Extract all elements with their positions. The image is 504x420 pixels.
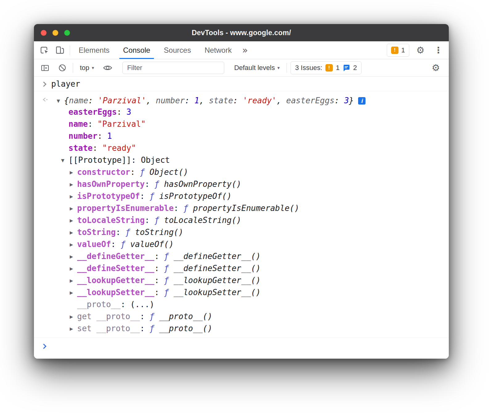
tabbar-right-controls: 1 ⚙ ⋮ — [387, 41, 445, 59]
command-chevron-icon — [41, 82, 47, 87]
property-row[interactable]: ▶__lookupGetter__: ƒ __lookupGetter__() — [60, 274, 449, 286]
property-row[interactable]: ▶isPrototypeOf: ƒ isPrototypeOf() — [60, 190, 449, 202]
issue-message-icon — [343, 64, 350, 72]
property-row[interactable]: ▼[[Prototype]]: Object — [60, 154, 449, 166]
tab-console[interactable]: Console — [116, 41, 157, 59]
divider — [287, 63, 287, 73]
window-controls — [41, 24, 70, 41]
settings-gear-icon[interactable]: ⚙ — [414, 43, 427, 57]
divider — [70, 45, 70, 55]
property-row[interactable]: ▶hasOwnProperty: ƒ hasOwnProperty() — [60, 178, 449, 190]
object-preview-tokens[interactable]: {name: 'Parzival', number: 1, state: 're… — [64, 96, 354, 105]
property-row[interactable]: ▶get __proto__: ƒ __proto__() — [60, 311, 449, 323]
context-selector[interactable]: top ▾ — [77, 64, 97, 72]
property-row[interactable]: ▶set __proto__: ƒ __proto__() — [60, 323, 449, 335]
property-row[interactable]: ▶toLocaleString: ƒ toLocaleString() — [60, 214, 449, 226]
log-levels-label: Default levels — [234, 64, 275, 72]
property-row: name: "Parzival" — [60, 118, 449, 130]
tab-sources[interactable]: Sources — [157, 41, 198, 59]
clear-console-icon[interactable] — [56, 61, 69, 75]
property-row[interactable]: __proto__: (...) — [60, 299, 449, 311]
tab-network[interactable]: Network — [198, 41, 238, 59]
property-row: number: 1 — [60, 130, 449, 142]
devtools-tab-bar: Elements Console Sources Network » 1 ⚙ ⋮ — [34, 41, 449, 59]
tab-elements[interactable]: Elements — [72, 41, 116, 59]
property-row[interactable]: ▶__defineGetter__: ƒ __defineGetter__() — [60, 250, 449, 262]
devtools-window: DevTools - www.google.com/ Elements Cons… — [34, 24, 449, 359]
console-toolbar: top ▾ Default levels ▾ 3 Issues: 1 — [34, 59, 449, 76]
issue-error-icon — [325, 64, 333, 72]
eval-result-icon — [42, 95, 54, 104]
kebab-menu-icon[interactable]: ⋮ — [432, 43, 445, 57]
chevron-down-icon: ▾ — [277, 65, 280, 71]
expand-arrow-icon[interactable]: ▶ — [70, 323, 77, 335]
property-row[interactable]: ▶toString: ƒ toString() — [60, 226, 449, 238]
zoom-window-button[interactable] — [64, 30, 70, 36]
console-settings-gear-icon[interactable]: ⚙ — [429, 61, 443, 75]
console-command-entry: player — [34, 76, 449, 91]
console-result-entry: ▼{name: 'Parzival', number: 1, state: 'r… — [34, 91, 449, 335]
collapse-arrow-icon[interactable]: ▼ — [57, 94, 64, 107]
more-tabs-icon[interactable]: » — [238, 41, 251, 59]
issue-message-count: 2 — [353, 64, 357, 72]
issues-button[interactable]: 3 Issues: 1 2 — [291, 61, 362, 74]
property-row: easterEggs: 3 — [60, 106, 449, 118]
expand-arrow-icon[interactable]: ▶ — [70, 239, 77, 251]
window-title: DevTools - www.google.com/ — [192, 29, 291, 37]
expand-arrow-icon[interactable]: ▶ — [70, 287, 77, 299]
expand-arrow-icon[interactable]: ▶ — [70, 167, 77, 179]
device-toolbar-icon[interactable] — [53, 43, 67, 57]
log-levels-selector[interactable]: Default levels ▾ — [231, 64, 283, 72]
property-row[interactable]: ▶propertyIsEnumerable: ƒ propertyIsEnume… — [60, 202, 449, 214]
property-row: state: "ready" — [60, 142, 449, 154]
property-row[interactable]: ▶__defineSetter__: ƒ __defineSetter__() — [60, 262, 449, 274]
property-row[interactable]: ▶valueOf: ƒ valueOf() — [60, 238, 449, 250]
expand-arrow-icon[interactable]: ▶ — [70, 275, 77, 287]
info-icon[interactable]: i — [358, 97, 366, 105]
expand-arrow-icon[interactable]: ▶ — [70, 215, 77, 227]
command-text: player — [51, 79, 80, 89]
issue-error-count: 1 — [336, 64, 340, 72]
expand-arrow-icon[interactable]: ▶ — [70, 227, 77, 239]
context-selector-label: top — [80, 64, 89, 72]
property-row[interactable]: ▶constructor: ƒ Object() — [60, 166, 449, 178]
object-tree: easterEggs: 3name: "Parzival"number: 1st… — [42, 106, 449, 335]
prompt-chevron-icon — [41, 344, 47, 349]
console-log-area[interactable]: player ▼{name: 'Parzival', number: 1, st… — [34, 76, 449, 359]
error-badge-icon — [391, 47, 399, 54]
expand-arrow-icon[interactable]: ▶ — [70, 263, 77, 275]
tabbar-left-icons — [38, 41, 70, 59]
issues-label: 3 Issues: — [295, 64, 322, 72]
object-preview-row: ▼{name: 'Parzival', number: 1, state: 'r… — [42, 93, 449, 106]
divider — [73, 63, 73, 73]
console-sidebar-toggle-icon[interactable] — [38, 61, 52, 75]
inspect-element-icon[interactable] — [38, 43, 51, 57]
error-count: 1 — [401, 46, 405, 54]
close-window-button[interactable] — [41, 30, 47, 36]
live-expression-eye-icon[interactable] — [101, 61, 114, 75]
error-count-button[interactable]: 1 — [387, 44, 409, 57]
expand-arrow-icon[interactable]: ▶ — [70, 311, 77, 323]
chevron-down-icon: ▾ — [92, 65, 94, 71]
expand-arrow-icon[interactable]: ▶ — [70, 179, 77, 191]
expand-arrow-icon[interactable]: ▶ — [70, 191, 77, 203]
panel-tabs: Elements Console Sources Network » — [72, 41, 252, 59]
expand-arrow-icon[interactable]: ▶ — [70, 203, 77, 215]
filter-input[interactable] — [122, 62, 224, 74]
collapse-arrow-icon[interactable]: ▼ — [61, 154, 68, 167]
property-row[interactable]: ▶__lookupSetter__: ƒ __lookupSetter__() — [60, 286, 449, 299]
window-titlebar: DevTools - www.google.com/ — [34, 24, 449, 41]
expand-arrow-icon[interactable]: ▶ — [70, 251, 77, 263]
minimize-window-button[interactable] — [52, 30, 58, 36]
console-prompt[interactable] — [34, 338, 449, 354]
